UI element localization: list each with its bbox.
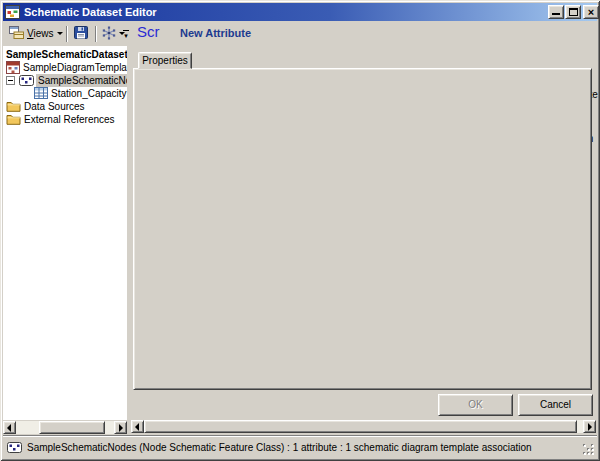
tree-item-root[interactable]: SampleSchematicDataset [3,48,127,61]
window-title: Schematic Dataset Editor [24,6,157,18]
chevron-down-icon: ▾ [124,32,128,39]
status-text: SampleSchematicNodes (Node Schematic Fea… [27,442,532,453]
arrow-left-icon [7,424,11,432]
toolbar-separator [66,26,68,42]
app-icon [5,5,20,19]
table-icon [34,87,48,101]
close-button[interactable]: × [583,5,599,19]
title-bar: Schematic Dataset Editor × [3,3,597,21]
tab-properties[interactable]: Properties [138,52,192,69]
arrow-left-icon [135,423,139,431]
tree-item-schematic-nodes[interactable]: SampleSchematicNodes [3,74,127,87]
maximize-button[interactable] [565,5,581,19]
views-label: Views [27,28,54,39]
tree-item-external-references[interactable]: External References [3,113,127,126]
views-icon [9,26,24,41]
ok-label: OK [468,399,482,410]
attribute-type-glyph: Scr [137,23,160,40]
folder-icon [6,100,21,114]
arrow-right-icon [588,423,592,431]
resize-grip[interactable] [583,444,594,455]
maximize-icon [569,8,578,16]
chevron-down-icon [57,32,63,38]
scrollbar-thumb[interactable] [144,420,577,433]
schematic-star-icon [102,26,116,42]
tree-root-label: SampleSchematicDataset [4,48,127,61]
page-title: New Attribute [180,27,251,39]
scroll-right-button[interactable] [583,420,596,433]
tree-item-diagram-template[interactable]: SampleDiagramTemplate [3,61,127,74]
main-horizontal-scrollbar[interactable] [131,420,596,433]
tree-item-label: SampleDiagramTemplate [21,61,127,74]
folder-icon [6,113,21,127]
ok-button[interactable]: OK [438,394,513,416]
scrollbar-thumb[interactable] [39,421,105,434]
toolbar-overflow-button[interactable]: ▾ [120,27,132,41]
arrow-right-icon [119,424,123,432]
views-dropdown-button[interactable]: Views [5,24,67,43]
save-icon [74,26,88,41]
tree-horizontal-scrollbar[interactable] [3,421,127,434]
tree-item-data-sources[interactable]: Data Sources [3,100,127,113]
tree-item-label: SampleSchematicNodes [36,74,127,87]
tree-item-station-capacity[interactable]: Station_Capacity [3,87,127,100]
schematic-dataset-editor-window: Schematic Dataset Editor × Views ▾ Sampl… [0,0,600,461]
save-button[interactable] [70,24,92,43]
cancel-button[interactable]: Cancel [518,394,593,416]
scroll-right-button[interactable] [114,421,127,434]
close-icon: × [584,6,598,18]
status-bar: SampleSchematicNodes (Node Schematic Fea… [3,436,597,458]
scroll-left-button[interactable] [131,420,144,433]
scroll-left-button[interactable] [3,421,16,434]
tree-item-label: Station_Capacity [49,87,127,100]
tab-label: Properties [142,55,188,66]
cancel-label: Cancel [540,399,571,410]
node-feature-class-icon [7,442,22,453]
minimize-icon [552,13,560,15]
toolbar: Views ▾ [3,22,597,46]
toolbar-separator [95,26,97,42]
tree-item-label: Data Sources [22,100,87,113]
collapse-expander-icon[interactable] [6,76,15,85]
dataset-tree: SampleSchematicDataset SampleDiagramTemp… [3,46,127,420]
overflow-bar-icon [123,30,129,31]
minimize-button[interactable] [548,5,564,19]
properties-tab-panel [133,68,592,390]
tree-item-label: External References [22,113,117,126]
